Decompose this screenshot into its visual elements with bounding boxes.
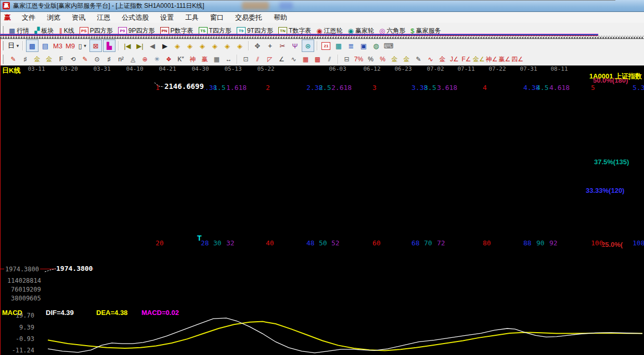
draw-pencil[interactable]: ✎ (8, 54, 19, 64)
jump-first-button[interactable]: |◀ (122, 40, 133, 51)
gann-comb-tool[interactable]: Ψ (289, 40, 301, 51)
gann-web-tool[interactable]: ⊛ (302, 40, 314, 52)
red-grid[interactable]: ▦ (300, 54, 311, 64)
gann-arrow-right[interactable]: ◈ (184, 40, 196, 51)
four-angle[interactable]: 四∠ (511, 54, 523, 64)
t9-square-button[interactable]: T99T四方形 (237, 27, 275, 35)
region-select-tool[interactable]: ⊠ (89, 40, 102, 52)
title-bar[interactable]: 赢 赢家江恩专业版[赢家内部服务平台] - [上证指数 SH1A0001-111… (0, 0, 644, 12)
t-number-table-button[interactable]: TNT数字表 (278, 27, 313, 35)
percent-7[interactable]: 7% (353, 54, 364, 64)
step-forward-button[interactable]: ▶ (159, 40, 171, 51)
hash-lines[interactable]: ♯ (104, 54, 114, 64)
pan-hand-tool[interactable]: ✥ (252, 40, 263, 51)
h-span[interactable]: ↔ (223, 54, 234, 64)
single-candle-tool[interactable]: ▯▼ (77, 40, 88, 51)
j-angle[interactable]: J∠ (449, 54, 460, 64)
gann-arrow-left[interactable]: ◈ (172, 40, 183, 51)
notes-tool[interactable]: ≣ (345, 40, 357, 51)
calculator-tool[interactable]: ▦ (333, 40, 344, 51)
period-day-selector[interactable]: 日▼ (8, 40, 20, 51)
calendar-tool[interactable]: 21 (320, 40, 332, 51)
gold-circle[interactable]: 金 (389, 54, 400, 64)
marker-pencil[interactable]: ✎ (80, 54, 91, 64)
web-grid[interactable]: ❖ (163, 54, 174, 64)
gann-wheel-button[interactable]: ◉江恩轮 (316, 27, 344, 35)
percent-tool[interactable]: % (365, 54, 376, 64)
toolbar-grip[interactable] (2, 41, 5, 50)
sectors-button[interactable]: ▞板块 (34, 27, 56, 35)
time-circle[interactable]: ⊙ (92, 54, 102, 64)
angle-lines[interactable]: ∠ (276, 54, 287, 64)
shen-angle[interactable]: 神∠ (486, 54, 498, 64)
m3-indicator-button[interactable]: M3 (52, 40, 63, 51)
crosshair-tool[interactable]: ＋ (264, 40, 276, 51)
ruler-123[interactable]: ▦ (211, 54, 222, 64)
menu-item-帮助[interactable]: 帮助 (268, 12, 293, 23)
menu-item-浏览[interactable]: 浏览 (41, 12, 66, 23)
gold-red-lines[interactable]: 金 (437, 54, 448, 64)
p-number-table-button[interactable]: PNP数字表 (160, 27, 196, 35)
hexagon-button[interactable]: ◎六角形 (379, 27, 407, 35)
chart-window-toggle[interactable]: ▩ (26, 40, 38, 52)
menu-item-江恩[interactable]: 江恩 (91, 12, 116, 23)
menu-item-资讯[interactable]: 资讯 (66, 12, 91, 23)
target-circle[interactable]: ⊕ (139, 54, 150, 64)
menu-item-窗口[interactable]: 窗口 (204, 12, 229, 23)
f-angle[interactable]: F∠ (461, 54, 472, 64)
measure-tool[interactable]: ✂ (277, 40, 288, 51)
menu-item-设置[interactable]: 设置 (154, 12, 179, 23)
gann-arrow-center[interactable]: ◈ (234, 40, 246, 51)
winner-wheel-button[interactable]: ◉赢家轮 (348, 27, 376, 35)
gann-lines[interactable]: ♯ (20, 54, 31, 64)
triangle-ruler[interactable]: ◬ (127, 54, 138, 64)
gann-arrow-horizontal[interactable]: ◈ (197, 40, 208, 51)
info-panel-button[interactable]: ▤ (40, 40, 51, 51)
n-square[interactable]: n² (115, 54, 126, 64)
zigzag-tool[interactable]: ∿ (288, 54, 299, 64)
parallel-lines[interactable]: ⫽ (324, 54, 335, 64)
toolbar-grip[interactable] (2, 26, 5, 35)
t-square-button[interactable]: TST四方形 (199, 27, 234, 35)
menu-item-交易委托[interactable]: 交易委托 (229, 12, 268, 23)
box-tool[interactable]: ⊡ (240, 54, 251, 64)
web-star[interactable]: ✳ (151, 54, 162, 64)
step-back-button[interactable]: ◀ (147, 40, 158, 51)
p-square-button[interactable]: PSP四方形 (80, 27, 115, 35)
win-grid[interactable]: 赢 (199, 54, 210, 64)
gann-arrow-4way[interactable]: ◈ (222, 40, 233, 51)
period-day-selector-dropdown-icon[interactable]: ▼ (16, 44, 20, 48)
workstation-tool[interactable]: ⌨ (383, 40, 394, 51)
gann-arrow-inward[interactable]: ◈ (209, 40, 221, 51)
candle-pencil[interactable]: ✎ (413, 54, 424, 64)
m9-indicator-button[interactable]: M9 (65, 40, 76, 51)
wave-a[interactable]: ∿ (425, 54, 436, 64)
fan-red[interactable]: ⫽ (252, 54, 263, 64)
single-candle-tool-dropdown-icon[interactable]: ▼ (83, 44, 87, 48)
gold-angle[interactable]: 金∠ (473, 54, 485, 64)
gold-grid[interactable]: 金 (32, 54, 43, 64)
market-quotes-button[interactable]: ▦行情 (9, 27, 31, 35)
menu-item-公式选股[interactable]: 公式选股 (116, 12, 154, 23)
percent-lines[interactable]: % (377, 54, 388, 64)
spiral-tool[interactable]: ⟲ (68, 54, 79, 64)
gold-grid-2[interactable]: 金 (44, 54, 55, 64)
k-mark[interactable]: Κ″ (175, 54, 186, 64)
win-angle[interactable]: 赢∠ (499, 54, 511, 64)
menu-item-工具[interactable]: 工具 (179, 12, 204, 23)
save-tool[interactable]: ▣ (358, 40, 369, 51)
menu-item-文件[interactable]: 文件 (16, 12, 41, 23)
winner-service-button[interactable]: $赢家服务 (410, 27, 443, 35)
fan-box[interactable]: ◸ (264, 54, 275, 64)
export-tool[interactable]: ◍ (370, 40, 382, 51)
color-histogram-tool[interactable]: ▙ (103, 40, 115, 52)
toolbar-grip[interactable] (2, 55, 5, 64)
shen-grid[interactable]: 神 (187, 54, 198, 64)
gold-lines[interactable]: 金 (401, 54, 412, 64)
f-grid[interactable]: F (56, 54, 67, 64)
p9-square-button[interactable]: P99P四方形 (118, 27, 157, 35)
ruler-box[interactable]: ⊟ (341, 54, 352, 64)
kline-button[interactable]: ∥K线 (59, 27, 76, 35)
jump-last-button[interactable]: ▶| (134, 40, 146, 51)
red-grid-2[interactable]: ▩ (312, 54, 323, 64)
